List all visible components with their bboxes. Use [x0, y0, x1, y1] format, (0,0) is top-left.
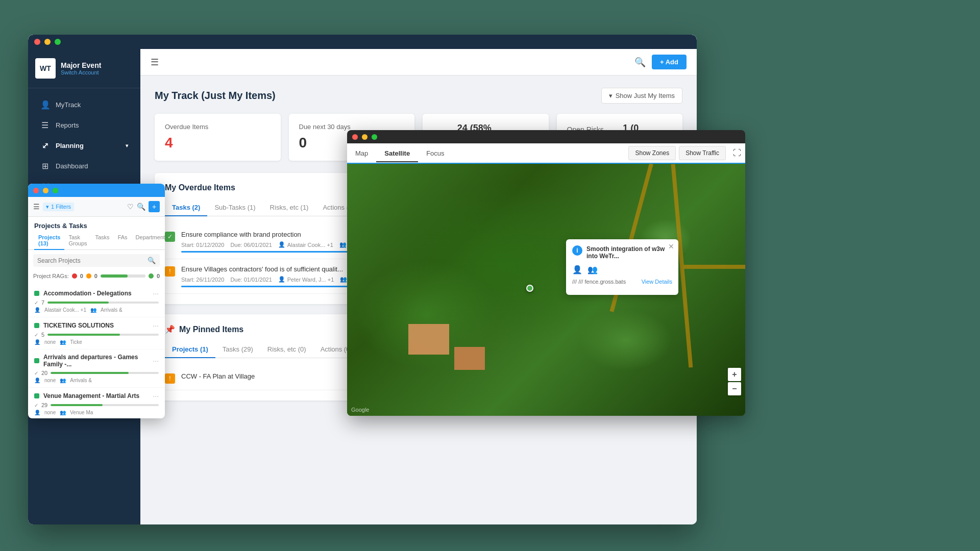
topbar: ☰ 🔍 + Add	[140, 49, 697, 76]
search-toolbar-button[interactable]: 🔍	[137, 203, 145, 211]
close-dot[interactable]	[352, 134, 358, 140]
map-tab-map[interactable]: Map	[347, 145, 376, 161]
rag-green-count: 0	[157, 273, 160, 279]
filter-badge[interactable]: ▾ 1 Filters	[43, 203, 74, 211]
sidebar-item-dashboard[interactable]: ⊞ Dashboard	[32, 156, 136, 176]
google-attribution: Google	[351, 407, 369, 413]
show-traffic-button[interactable]: Show Traffic	[679, 146, 726, 160]
more-options-icon[interactable]: ···	[153, 289, 159, 297]
maximize-dot[interactable]	[53, 188, 58, 193]
show-my-items-label: Show Just My Items	[616, 92, 675, 99]
task-due: Due: 01/01/2021	[230, 277, 272, 283]
tab-risks[interactable]: Risks, etc (1)	[263, 199, 316, 216]
checkmark-icon: ✓	[34, 300, 38, 306]
hamburger-icon[interactable]: ☰	[33, 203, 40, 211]
map-window: Map Satellite Focus Show Zones Show Traf…	[347, 130, 745, 416]
map-body[interactable]: ✕ i Smooth integration of w3w into WeTr.…	[347, 164, 745, 416]
switch-account-link[interactable]: Switch Account	[61, 69, 101, 76]
project-item[interactable]: TICKETING SOLUTIONS ··· ✓ 5 👤 none 👥 Tic…	[28, 317, 165, 349]
ptab-task-groups[interactable]: Task Groups	[64, 232, 91, 250]
rag-row: Project RAGs: 0 0 0	[28, 271, 165, 283]
task-checkbox-complete[interactable]: ✓	[165, 232, 175, 242]
heart-button[interactable]: ♡	[127, 203, 134, 211]
zoom-in-button[interactable]: +	[728, 368, 741, 381]
tab-subtasks[interactable]: Sub-Tasks (1)	[207, 199, 262, 216]
app-title: Major Event	[61, 61, 101, 69]
pinned-tab-tasks[interactable]: Tasks (29)	[215, 341, 260, 358]
add-project-button[interactable]: +	[149, 201, 160, 212]
person-icon: 👤	[34, 378, 40, 383]
close-dot[interactable]	[34, 39, 40, 45]
project-name: Venue Management - Martial Arts	[43, 392, 149, 399]
search-button[interactable]: 🔍	[634, 57, 646, 68]
minimize-dot[interactable]	[44, 39, 51, 45]
task-checkbox-incomplete[interactable]: !	[165, 266, 175, 277]
ptab-fas[interactable]: FAs	[114, 232, 132, 250]
rag-green-dot	[149, 273, 154, 279]
minimize-dot[interactable]	[43, 188, 48, 193]
filter-icon: ▾	[46, 204, 49, 210]
rag-red-dot	[72, 273, 77, 279]
project-name: TICKETING SOLUTIONS	[43, 322, 149, 329]
search-input[interactable]	[37, 257, 144, 264]
sidebar-logo: WT Major Event Switch Account	[28, 49, 140, 88]
map-tab-satellite[interactable]: Satellite	[376, 145, 418, 162]
map-marker	[526, 285, 533, 292]
task-count: 7	[41, 299, 44, 306]
projects-panel-tabs: Projects (13) Task Groups Tasks FAs Depa…	[28, 232, 165, 250]
popup-header: i Smooth integration of w3w into WeTr...	[572, 245, 672, 260]
ptab-departments[interactable]: Departments	[132, 232, 165, 250]
ptab-tasks[interactable]: Tasks	[91, 232, 114, 250]
assignee-text: none	[44, 378, 56, 383]
maximize-dot[interactable]	[372, 134, 377, 140]
list-icon: ☰	[40, 120, 50, 130]
team-icon: 👥	[339, 241, 347, 248]
task-assignee: 👤 Alastair Cook... +1	[278, 241, 333, 248]
show-my-items-button[interactable]: ▾ Show Just My Items	[601, 88, 682, 104]
page-header: My Track (Just My Items) ▾ Show Just My …	[155, 88, 682, 104]
minimize-dot[interactable]	[362, 134, 368, 140]
view-details-link[interactable]: View Details	[642, 279, 672, 285]
checkmark-icon: ✓	[34, 403, 38, 408]
projects-tasks-panel: ☰ ▾ 1 Filters ♡ 🔍 + Projects & Tasks Pro…	[28, 184, 165, 418]
sidebar-item-mytrack[interactable]: 👤 MyTrack	[32, 95, 136, 115]
project-item[interactable]: Arrivals and departures - Games Family -…	[28, 349, 165, 388]
pinned-tab-projects[interactable]: Projects (1)	[165, 341, 215, 358]
tab-tasks[interactable]: Tasks (2)	[165, 199, 207, 216]
show-zones-button[interactable]: Show Zones	[628, 146, 676, 160]
task-due: Due: 06/01/2021	[230, 242, 272, 248]
menu-icon[interactable]: ☰	[151, 57, 159, 68]
person-icon: 👤	[34, 307, 40, 313]
dropdown-arrow-icon: ▾	[609, 92, 612, 99]
more-options-icon[interactable]: ···	[153, 321, 159, 330]
team-text: Venue Ma	[70, 410, 93, 415]
map-tab-focus[interactable]: Focus	[418, 145, 452, 161]
more-options-icon[interactable]: ···	[153, 392, 159, 400]
overdue-label: Overdue Items	[165, 123, 271, 131]
chevron-down-icon: ▾	[126, 143, 128, 148]
sidebar-item-label: MyTrack	[56, 101, 81, 109]
popup-icons: 👤 👥	[572, 265, 672, 274]
close-icon[interactable]: ✕	[668, 242, 674, 251]
sidebar-item-planning[interactable]: ⤢ Planning ▾	[32, 136, 136, 156]
sidebar-item-reports[interactable]: ☰ Reports	[32, 115, 136, 135]
project-item[interactable]: Venue Management - Martial Arts ··· ✓ 29…	[28, 388, 165, 418]
rag-amber-dot	[86, 273, 91, 279]
ptab-projects[interactable]: Projects (13)	[34, 232, 64, 250]
project-name: Accommodation - Delegations	[43, 290, 149, 297]
fullscreen-icon[interactable]: ⛶	[729, 148, 745, 158]
person-icon: 👤	[40, 100, 50, 110]
project-name: Arrivals and departures - Games Family -…	[43, 354, 149, 368]
more-options-icon[interactable]: ···	[153, 357, 159, 365]
add-button[interactable]: + Add	[652, 55, 687, 69]
zoom-out-button[interactable]: −	[728, 382, 741, 395]
project-color-dot	[34, 393, 39, 398]
sidebar-item-label: Reports	[56, 121, 79, 129]
project-item[interactable]: Accommodation - Delegations ··· ✓ 7 👤 Al…	[28, 285, 165, 317]
pinned-tab-risks[interactable]: Risks, etc (0)	[260, 341, 313, 358]
team-text: Arrivals &	[70, 378, 92, 383]
person-icon: 👤	[278, 241, 285, 248]
close-dot[interactable]	[33, 188, 39, 193]
team-icon: 👥	[60, 410, 66, 415]
maximize-dot[interactable]	[55, 39, 61, 45]
